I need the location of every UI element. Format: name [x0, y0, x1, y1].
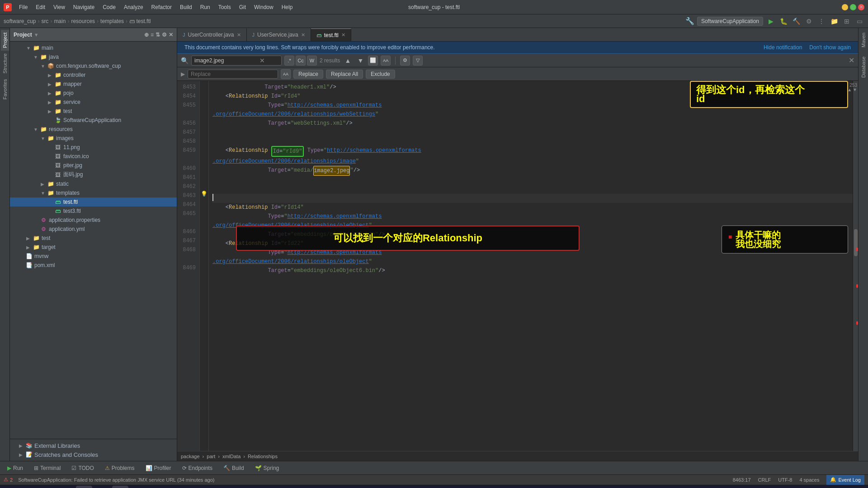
scroll-up-btn[interactable]: ▲ — [847, 87, 852, 92]
scrollbar-thumb[interactable] — [854, 229, 858, 256]
case-btn[interactable]: Cc — [296, 56, 306, 66]
breadcrumb-item[interactable]: resources — [71, 18, 95, 24]
terminal-btn[interactable]: ⊞ Terminal — [30, 464, 64, 472]
tree-item-ext-libs[interactable]: ▶ 📚 External Libraries — [10, 441, 177, 450]
tree-item-main[interactable]: ▼ 📁 main — [10, 43, 177, 52]
endpoints-btn[interactable]: ⟳ Endpoints — [179, 464, 216, 472]
menu-item-edit[interactable]: Edit — [32, 3, 49, 11]
close-button[interactable]: ✕ — [858, 4, 864, 10]
replace-toggle-icon[interactable]: ▶ — [181, 71, 185, 77]
run-button[interactable]: ▶ — [766, 16, 776, 26]
tree-item-pkg[interactable]: ▼ 📦 com.fengxun.software_cup — [10, 61, 177, 70]
taskbar-task-view[interactable]: ⧉ — [40, 486, 56, 488]
search-input[interactable] — [194, 57, 258, 64]
close-panel-btn[interactable]: ✕ — [169, 32, 173, 38]
tree-item-favicon[interactable]: 🖼 favicon.ico — [10, 152, 177, 161]
search-toggle-icon[interactable]: 🔍 — [181, 57, 189, 64]
cursor-position[interactable]: 8463:17 — [733, 477, 751, 483]
tree-item-resources[interactable]: ▼ 📁 resources — [10, 125, 177, 134]
tree-item-app-props[interactable]: ⚙ application.properties — [10, 216, 177, 225]
taskbar-intellij[interactable]: IJ — [76, 486, 92, 488]
minimize-button[interactable]: ─ — [842, 4, 848, 10]
path-item[interactable]: xmlData — [222, 454, 241, 459]
collapse-all-btn[interactable]: ≡ — [151, 32, 154, 38]
sidebar-tab-project[interactable]: Project — [1, 30, 9, 51]
sidebar-tab-structure[interactable]: Structure — [1, 51, 9, 76]
menu-item-git[interactable]: Git — [236, 3, 250, 11]
taskbar-firefox-2[interactable]: 🦊 — [112, 486, 128, 488]
scroll-down-btn[interactable]: ▼ — [853, 87, 857, 92]
tab-usercontroller[interactable]: J UserController.java ✕ — [177, 28, 247, 41]
regex-btn[interactable]: .* — [284, 56, 294, 66]
menu-item-run[interactable]: Run — [197, 3, 214, 11]
tree-item-java[interactable]: ▼ 📁 java — [10, 52, 177, 61]
tab-close-btn3[interactable]: ✕ — [341, 32, 345, 38]
menu-item-view[interactable]: View — [50, 3, 69, 11]
tab-userservice[interactable]: J UserService.java ✕ — [247, 28, 311, 41]
build-btn[interactable]: 🔨 Build — [220, 464, 248, 472]
tree-item-facejpg[interactable]: 🖼 面码.jpg — [10, 170, 177, 179]
tree-item-test-pkg[interactable]: ▶ 📁 test — [10, 107, 177, 116]
tree-item-target[interactable]: ▶ 📁 target — [10, 243, 177, 252]
taskbar-word[interactable]: W — [130, 486, 146, 488]
lightbulb-icon[interactable]: 💡 — [201, 191, 208, 197]
word-btn[interactable]: W — [307, 56, 317, 66]
tree-item-app-yml[interactable]: ⚙ application.yml — [10, 225, 177, 234]
next-result-btn[interactable]: ▼ — [355, 56, 365, 66]
menu-item-refactor[interactable]: Refactor — [148, 3, 175, 11]
todo-btn[interactable]: ☑ TODO — [68, 464, 97, 472]
search-clear-btn[interactable]: ✕ — [259, 57, 265, 64]
tree-item-test-dir[interactable]: ▶ 📁 test — [10, 234, 177, 243]
event-log-btn[interactable]: 🔔 Event Log — [826, 475, 864, 485]
tree-item-test3ftl[interactable]: 🗃 test3.ftl — [10, 206, 177, 216]
spring-btn[interactable]: 🌱 Spring — [251, 464, 283, 472]
layout-button[interactable]: ⊞ — [842, 16, 852, 26]
menu-item-tools[interactable]: Tools — [215, 3, 235, 11]
tree-item-testftl[interactable]: 🗃 test.ftl — [10, 197, 177, 206]
profiler-btn[interactable]: 📊 Profiler — [142, 464, 175, 472]
path-item[interactable]: part — [207, 454, 215, 459]
tree-item-scratches[interactable]: ▶ 📝 Scratches and Consoles — [10, 450, 177, 459]
menu-item-navigate[interactable]: Navigate — [70, 3, 98, 11]
build-button[interactable]: 🔨 — [791, 16, 801, 26]
in-selection-btn[interactable]: ⬜ — [368, 56, 378, 66]
tab-close-btn2[interactable]: ✕ — [301, 32, 305, 38]
problems-btn[interactable]: ⚠ Problems — [101, 464, 138, 472]
preserve-case-btn[interactable]: AA — [281, 69, 291, 79]
debug-button[interactable]: 🐛 — [778, 16, 788, 26]
window-controls[interactable]: ─ □ ✕ — [842, 4, 864, 10]
tree-item-11png[interactable]: 🖼 11.png — [10, 143, 177, 152]
breadcrumb-item[interactable]: software_cup — [4, 18, 36, 24]
dont-show-link[interactable]: Don't show again — [809, 44, 851, 51]
taskbar-app[interactable]: 👤 — [148, 486, 165, 488]
run-config-dropdown[interactable]: SoftwareCupApplication — [697, 17, 763, 26]
replace-input[interactable] — [191, 71, 254, 77]
tree-item-controller[interactable]: ▶ 📁 controller — [10, 70, 177, 80]
tab-testftl[interactable]: 🗃 test.ftl ✕ — [311, 28, 351, 41]
taskbar-explorer[interactable]: 📁 — [58, 486, 74, 488]
sidebar-tab-maven[interactable]: Maven — [859, 28, 868, 52]
breadcrumb-item[interactable]: src — [41, 18, 48, 24]
filter-btn[interactable]: ⚙ — [400, 56, 410, 66]
exclude-button[interactable]: Exclude — [366, 70, 395, 79]
project-dropdown-icon[interactable]: ▼ — [34, 32, 39, 38]
menu-item-file[interactable]: File — [15, 3, 31, 11]
breadcrumb-item[interactable]: 🗃 test.ftl — [129, 18, 151, 24]
code-content[interactable]: Target="header1.xml"/> <Relationship Id=… — [209, 81, 853, 451]
tab-close-btn[interactable]: ✕ — [237, 32, 241, 38]
menu-item-help[interactable]: Help — [278, 3, 297, 11]
hide-notification-link[interactable]: Hide notification — [764, 44, 802, 51]
sidebar-tab-favorites[interactable]: Favorites — [1, 76, 9, 102]
menu-item-build[interactable]: Build — [176, 3, 196, 11]
path-item[interactable]: Relationships — [248, 454, 278, 459]
tree-item-mvnw[interactable]: 📄 mvnw — [10, 252, 177, 261]
tree-item-static[interactable]: ▶ 📁 static — [10, 179, 177, 188]
locate-file-btn[interactable]: ⊕ — [144, 32, 149, 38]
tree-item-images[interactable]: ▼ 📁 images — [10, 134, 177, 143]
folder-button[interactable]: 📁 — [829, 16, 839, 26]
match-case-btn[interactable]: AA — [381, 56, 391, 66]
path-item[interactable]: package — [181, 454, 200, 459]
menu-item-code[interactable]: Code — [99, 3, 119, 11]
tree-item-templates[interactable]: ▼ 📁 templates — [10, 188, 177, 197]
prev-result-btn[interactable]: ▲ — [343, 56, 353, 66]
